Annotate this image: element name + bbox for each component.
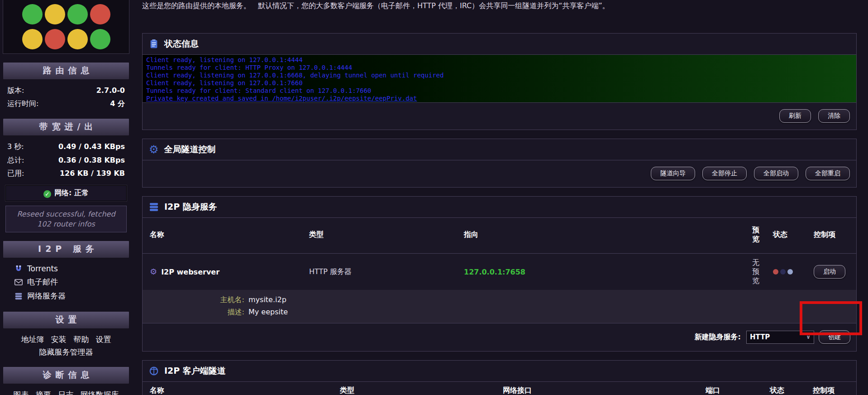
reseed-notice: Reseed successful, fetched 102 router in… [5,206,127,232]
start-all-button[interactable]: 全部启动 [754,167,798,180]
status-dot [787,269,793,275]
console-line: Client ready, listening on 127.0.0.1:766… [146,79,853,87]
i2p-logo [3,0,129,54]
tunnel-type-cell: HTTP 服务器 [302,263,457,281]
global-control-buttons: 隧道向导 全部停止 全部启动 全部重启 [143,160,856,187]
panel-title: I2P 隐身服务 [164,201,217,213]
status-messages-panel: 状态信息 Client ready, listening on 127.0.0.… [142,33,857,130]
tunnel-name-cell[interactable]: ⚙ I2P webserver [143,263,302,281]
restart-all-button[interactable]: 全部重启 [806,167,850,180]
globe-icon [149,366,159,376]
status-dot [773,269,778,275]
tunnel-target-cell: 127.0.0.1:7658 [457,263,750,281]
server-stack-icon [149,202,159,212]
hidden-services-table-header: 名称 类型 指向 预览 状态 控制项 [143,218,856,253]
logo-row [22,4,110,24]
client-tunnels-panel: I2P 客户端隧道 名称 类型 网络接口 端口 状态 控制项 ⚙ gitssh.… [142,360,857,395]
sidebar-link-settings[interactable]: 设置 [96,335,111,344]
col-header-target: 指向 [457,222,750,249]
selected-option: HTTP [750,333,770,341]
network-status-box[interactable]: ✓网络: 正常 [5,185,127,201]
client-tunnels-header: I2P 客户端隧道 [143,361,856,382]
stop-all-button[interactable]: 全部停止 [702,167,747,180]
panel-title: I2P 客户端隧道 [164,365,226,377]
logo-circle [22,4,43,24]
col-header-status: 状态 [763,382,806,395]
global-tunnel-control-panel: ⚙ 全局隧道控制 隧道向导 全部停止 全部启动 全部重启 [142,139,857,188]
col-header-preview: 预览 [750,218,766,253]
start-tunnel-button[interactable]: 启动 [814,265,845,279]
settings-links-row: 地址簿 安装 帮助 设置 [1,333,131,346]
description-label: 描述: [143,306,244,318]
sidebar-item-label: Torrents [27,264,58,273]
logo-circle [67,4,88,24]
tunnel-detail-block: 主机名: mysite.i2p 描述: My eepsite [143,290,856,323]
sidebar-link-help[interactable]: 帮助 [73,335,89,344]
i2p-console-screen: 路由信息 版本: 2.7.0-0 运行时间: 4 分 带宽进/出 3 秒: 0.… [0,0,868,395]
sidebar-item-email[interactable]: 电子邮件 [1,275,131,289]
bw-total-label: 总计: [7,155,24,165]
logo-circle [45,29,65,49]
stat-row-uptime: 运行时间: 4 分 [1,97,131,110]
bw-3s-value: 0.49 / 0.43 KBps [58,141,125,152]
refresh-button[interactable]: 刷新 [779,109,811,123]
col-header-status: 状态 [766,222,806,249]
clipboard-icon [149,39,159,49]
sidebar: 路由信息 版本: 2.7.0-0 运行时间: 4 分 带宽进/出 3 秒: 0.… [0,0,132,395]
hidden-services-panel: I2P 隐身服务 名称 类型 指向 预览 状态 控制项 ⚙ I2P webser… [142,196,857,352]
sidebar-link-summary[interactable]: 摘要 [36,390,51,395]
create-button[interactable]: 创建 [819,330,850,344]
bw-3s-label: 3 秒: [7,141,24,152]
console-line: Private key created and saved in /home/i… [146,95,853,102]
new-hidden-service-row: 新建隐身服务: HTTP ∨ 创建 [143,323,856,351]
sidebar-item-webserver[interactable]: 网络服务器 [1,289,131,303]
network-status-text: 网络: 正常 [54,188,89,197]
sidebar-link-install[interactable]: 安装 [51,335,67,344]
status-panel-footer: 刷新 清除 [143,103,856,130]
uptime-label: 运行时间: [7,98,38,109]
stat-row-used: 已用: 126 KB / 139 KB [1,167,131,180]
magnet-icon [14,265,23,273]
sidebar-section-settings: 设置 [3,311,129,329]
col-header-name: 名称 [143,382,333,395]
clear-button[interactable]: 清除 [818,109,850,123]
bw-total-value: 0.36 / 0.38 KBps [58,155,125,165]
col-header-type: 类型 [302,222,457,249]
uptime-value: 4 分 [110,98,125,109]
main-content: 这些是您的路由提供的本地服务。 默认情况下，您的大多数客户端服务（电子邮件，HT… [132,0,868,395]
sidebar-link-hidden-services-manager[interactable]: 隐藏服务管理器 [39,347,93,356]
logo-row [22,29,110,49]
sidebar-link-logs[interactable]: 日志 [58,390,73,395]
sidebar-link-charts[interactable]: 图表 [13,390,29,395]
sidebar-section-diagnostics: 诊断信息 [3,366,129,384]
status-panel-header: 状态信息 [143,34,856,55]
status-console: Client ready, listening on 127.0.0.1:444… [143,55,856,103]
stat-row-3s: 3 秒: 0.49 / 0.43 KBps [1,140,131,153]
hostname-value: mysite.i2p [248,294,856,306]
table-row: ⚙ I2P webserver HTTP 服务器 127.0.0.1:7658 … [143,253,856,290]
envelope-icon [14,279,23,285]
col-header-control: 控制项 [806,222,856,249]
server-stack-icon [14,293,23,300]
sidebar-link-addressbook[interactable]: 地址簿 [21,335,44,344]
global-control-header: ⚙ 全局隧道控制 [143,139,856,160]
check-circle-icon: ✓ [43,190,51,198]
new-service-type-select[interactable]: HTTP ∨ [746,331,814,344]
sidebar-section-router-info: 路由信息 [3,62,129,80]
detail-hostname: 主机名: mysite.i2p [143,294,856,306]
console-line: Tunnels ready for client: HTTP Proxy on … [146,64,853,72]
tunnel-preview-cell: 无预览 [750,254,766,290]
settings-links-row2: 隐藏服务管理器 [1,346,131,358]
bw-used-value: 126 KB / 139 KB [60,168,125,178]
tunnel-wizard-button[interactable]: 隧道向导 [651,167,695,180]
panel-title: 状态信息 [164,38,199,50]
status-dots [766,265,806,279]
logo-circle [22,29,43,49]
col-header-interface: 网络接口 [496,382,658,395]
new-service-label: 新建隐身服务: [695,332,741,342]
detail-description: 描述: My eepsite [143,306,856,318]
sidebar-link-netdb[interactable]: 网络数据库 [81,390,119,395]
client-tunnels-table-header: 名称 类型 网络接口 端口 状态 控制项 [143,382,856,395]
sidebar-item-torrents[interactable]: Torrents [1,262,131,275]
hostname-label: 主机名: [143,294,244,306]
